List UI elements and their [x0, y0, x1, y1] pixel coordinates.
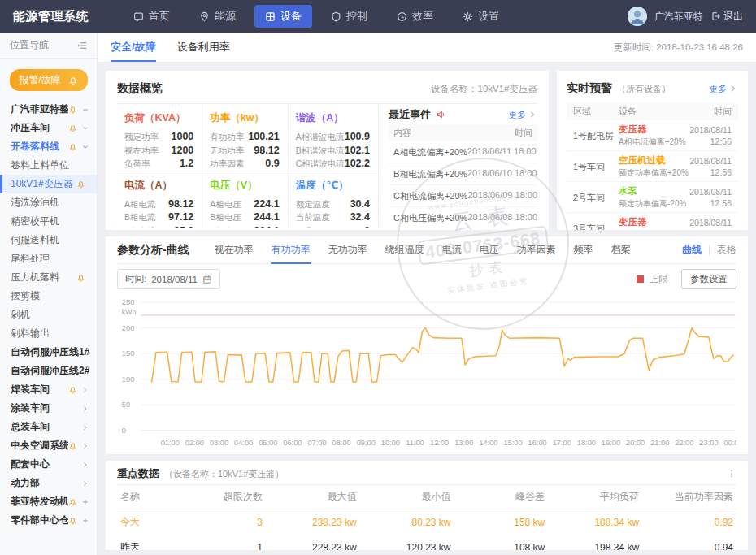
- sidebar-item-20[interactable]: 动力部: [0, 474, 97, 492]
- metric-value: 1.2: [180, 157, 193, 171]
- sidebar-item-6[interactable]: 精密校平机: [0, 212, 97, 231]
- alarm-fault-button[interactable]: 报警/故障: [10, 69, 88, 91]
- chevron-right-icon: [81, 423, 89, 431]
- sidebar-item-18[interactable]: 中央空调系统: [0, 436, 97, 455]
- nav-efficiency[interactable]: 效率: [386, 5, 444, 28]
- chart-tab-4[interactable]: 电流: [433, 236, 471, 263]
- sidebar-item-label: 压力机落料: [11, 271, 76, 284]
- svg-text:04:00: 04:00: [234, 438, 253, 447]
- metric-label: 温升: [296, 224, 313, 228]
- sidebar-item-label: 开卷落料线: [11, 140, 68, 154]
- nav-settings[interactable]: 设置: [452, 5, 510, 28]
- svg-text:17:00: 17:00: [553, 438, 571, 447]
- chart-tab-6[interactable]: 功率因素: [508, 236, 565, 263]
- metric-label: B相电流: [124, 210, 156, 224]
- chart-tab-2[interactable]: 无功功率: [319, 236, 376, 263]
- param-settings-button[interactable]: 参数设置: [681, 269, 736, 289]
- svg-text:0: 0: [122, 426, 126, 435]
- sidebar-item-7[interactable]: 伺服送料机: [0, 231, 97, 249]
- nav-control[interactable]: 控制: [320, 5, 378, 28]
- view-curve-button[interactable]: 曲线: [682, 243, 702, 257]
- sidebar-item-16[interactable]: 涂装车间: [0, 399, 97, 418]
- device-name-label: 设备名称：10kV1#变压器: [431, 83, 537, 95]
- metric-value: 95.3: [174, 224, 193, 228]
- sidebar-item-15[interactable]: 焊装车间: [0, 380, 97, 399]
- sidebar-item-9[interactable]: 压力机落料: [0, 268, 97, 287]
- logout-button[interactable]: 退出: [710, 10, 743, 24]
- sidebar-item-label: 自动伺服冲压线2#: [11, 364, 89, 378]
- sidebar-item-14[interactable]: 自动伺服冲压线2#: [0, 362, 97, 380]
- metric-card-1: 功率（kw）有功功率100.21无功功率98.12功率因素0.9: [202, 104, 288, 171]
- chevron-right-icon: [81, 479, 89, 488]
- events-column-header: 内容 时间: [389, 124, 537, 141]
- key-data-title: 重点数据: [117, 466, 159, 481]
- key-data-table: 名称超限次数最大值最小值峰谷差平均负荷当前功率因素今天3238.23 kw80.…: [117, 484, 736, 550]
- tab-safety-fault[interactable]: 安全/故障: [111, 33, 156, 62]
- chart-tab-3[interactable]: 绕组温度: [376, 236, 433, 263]
- metric-cards: 负荷（KVA）额定功率1000视在功率1200负荷率1.2功率（kw）有功功率1…: [117, 104, 379, 228]
- svg-text:200: 200: [122, 323, 134, 332]
- sidebar-item-12[interactable]: 剁料输出: [0, 324, 97, 343]
- date-picker[interactable]: 时间: 2018/08/11: [117, 269, 220, 289]
- sidebar-item-5[interactable]: 清洗涂油机: [0, 193, 97, 212]
- table-row-0: 今天3238.23 kw80.23 kw158 kw188.34 kw0.92: [117, 509, 736, 535]
- metric-row: 额定功率1000: [124, 130, 193, 144]
- topbar-user-area: 广汽菲亚特 退出: [628, 7, 743, 26]
- alerts-more-link[interactable]: 更多: [709, 83, 738, 95]
- chart-tab-7[interactable]: 频率: [565, 236, 602, 263]
- events-more-link[interactable]: 更多: [508, 109, 537, 121]
- tab-device-utilization[interactable]: 设备利用率: [177, 33, 230, 62]
- svg-text:06:00: 06:00: [283, 438, 302, 447]
- svg-text:150: 150: [122, 349, 134, 358]
- sidebar-item-19[interactable]: 配套中心: [0, 455, 97, 474]
- alert-row: 1号车间空压机过载额定功率偏离+20%2018/08/1112:56: [567, 151, 738, 182]
- sidebar-item-17[interactable]: 总装车间: [0, 418, 97, 436]
- metric-card-title: 谐波（A）: [296, 111, 370, 125]
- app-title: 能源管理系统: [13, 9, 89, 24]
- alerts-col-time: 时间: [714, 106, 732, 118]
- chart-tab-0[interactable]: 视在功率: [206, 236, 263, 263]
- collapse-icon[interactable]: [77, 41, 87, 50]
- update-time: 更新时间: 2018-10-23 16:48:26: [614, 41, 743, 54]
- metric-label: A相电流: [124, 197, 156, 211]
- sidebar-item-10[interactable]: 摆剪模: [0, 287, 97, 306]
- chart-tab-8[interactable]: 档案: [602, 236, 640, 263]
- metric-value: 100.9: [345, 130, 370, 144]
- svg-text:16:00: 16:00: [528, 438, 547, 447]
- more-label: 更多: [709, 83, 727, 95]
- table-col-0: 名称: [117, 485, 185, 509]
- metric-row: C相电压264.1: [210, 224, 279, 228]
- metric-value: 32.4: [350, 210, 370, 224]
- metric-label: C相谐波电流: [296, 157, 345, 171]
- sidebar-item-21[interactable]: 菲亚特发动机厂: [0, 492, 97, 511]
- kebab-menu-icon[interactable]: [727, 469, 736, 479]
- sidebar-item-0[interactable]: 广汽菲亚特整车厂: [0, 100, 97, 119]
- bell-icon: [68, 124, 77, 132]
- sidebar-item-3[interactable]: 卷料上料单位: [0, 156, 97, 175]
- nav-energy[interactable]: 能源: [189, 5, 246, 28]
- alert-device: 空压机过载: [619, 154, 689, 167]
- sidebar-item-22[interactable]: 零件部中心仓库: [0, 511, 97, 530]
- bell-icon: [68, 76, 78, 85]
- chart-tab-5[interactable]: 电压: [471, 236, 508, 263]
- alerts-title: 实时预警: [567, 81, 612, 96]
- nav-home[interactable]: 首页: [123, 5, 180, 28]
- svg-text:02:00: 02:00: [185, 438, 204, 447]
- date-label: 时间:: [125, 273, 146, 285]
- metric-label: C相电压: [210, 224, 241, 228]
- sidebar-item-2[interactable]: 开卷落料线: [0, 137, 97, 156]
- nav-device[interactable]: 设备: [254, 5, 312, 28]
- metric-card-title: 温度（℃）: [296, 179, 370, 193]
- svg-text:05:00: 05:00: [259, 438, 277, 447]
- sidebar-item-11[interactable]: 剁机: [0, 306, 97, 324]
- sidebar-item-8[interactable]: 尾料处理: [0, 249, 97, 268]
- avatar[interactable]: [628, 7, 647, 26]
- view-table-button[interactable]: 表格: [717, 243, 736, 257]
- chart-tab-1[interactable]: 有功功率: [263, 236, 319, 263]
- sidebar-item-4[interactable]: 10kV1#变压器: [0, 175, 97, 193]
- row-value: 0.94: [642, 535, 736, 550]
- table-col-5: 平均负荷: [548, 485, 642, 509]
- sidebar-item-13[interactable]: 自动伺服冲压线1#: [0, 343, 97, 362]
- bell-icon: [68, 142, 77, 151]
- sidebar-item-1[interactable]: 冲压车间: [0, 119, 97, 137]
